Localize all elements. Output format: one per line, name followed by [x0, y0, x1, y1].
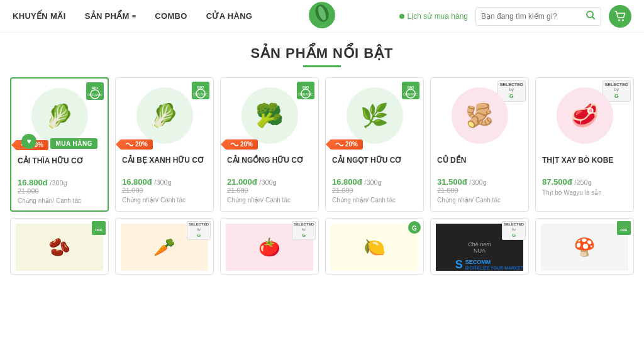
secomm-text: SECOMM DIGITALIZE YOUR MARKET: [465, 259, 523, 271]
cert-text: Chứng nhận/ Canh tác: [122, 197, 207, 204]
product-name: CỦ DỀN: [437, 156, 522, 175]
price-unit: /300g: [50, 179, 67, 187]
current-price: 31.500đ: [437, 177, 467, 187]
current-price: 21.000đ: [227, 177, 257, 187]
product-card-p6[interactable]: SELECTED by G 🥩 THỊT XAY BÒ KOBE 87.500đ…: [535, 77, 634, 212]
svg-line-4: [592, 16, 595, 19]
main-nav: KHUYẾN MÃI SẢN PHẨM ≡ COMBO CỬA HÀNG: [13, 11, 399, 21]
cert-text: Chứng nhận/ Canh tác: [437, 197, 522, 204]
product-card-bottom-p7[interactable]: ORG 🫘: [10, 218, 109, 275]
product-name: CẢI NGỒNG HỮU CƠ: [227, 156, 312, 175]
selected-badge-small: SELECTED by G: [187, 221, 211, 240]
discount-ribbon: 20%: [326, 139, 363, 150]
product-emoji: 🥦: [242, 87, 298, 144]
product-emoji: 🥩: [557, 87, 613, 144]
nav-san-pham[interactable]: SẢN PHẨM ≡: [85, 11, 136, 21]
product-emoji: 🥬: [31, 88, 88, 144]
product-card-bottom-p12[interactable]: ORG 🍄: [535, 218, 634, 275]
search-bar: [475, 7, 601, 26]
product-image: 🥩: [542, 84, 627, 147]
wishlist-button[interactable]: ♥: [21, 134, 36, 149]
product-card-bottom-p9[interactable]: SELECTED by G 🍅: [220, 218, 319, 275]
current-price: 16.800đ: [18, 178, 48, 187]
purchase-history-link[interactable]: Lịch sử mua hàng: [399, 12, 468, 21]
product-card-p4[interactable]: BIO ORGANIC 🌿 20% CẢI NGỌT HỮU CƠ 16.800…: [325, 77, 424, 212]
svg-text:ORG: ORG: [95, 228, 103, 232]
product-pricing: 21.000đ /300g: [227, 177, 312, 187]
price-unit: /300g: [259, 178, 277, 186]
product-pricing: 16.800đ /300g: [122, 177, 207, 187]
selected-badge-small: SELECTED by G: [502, 221, 526, 240]
product-name: CẢI NGỌT HỮU CƠ: [332, 156, 417, 175]
search-button[interactable]: [586, 10, 596, 23]
old-price: 21.000: [122, 187, 207, 194]
cert-text: Chứng nhận/ Canh tác: [332, 197, 417, 204]
organic-badge-small: ORG: [92, 221, 106, 235]
products-container: BIO ORGANIC 🥬 20% ♥ MUA HÀNG CẢI THÌA HỮ…: [0, 77, 644, 291]
product-card-p2[interactable]: BIO ORGANIC 🥬 20% CẢI BẸ XANH HỮU CƠ 16.…: [115, 77, 214, 212]
price-unit: /300g: [469, 178, 487, 186]
product-image: 🫚: [437, 84, 522, 147]
cert-text: Chứng nhận/ Canh tác: [18, 197, 101, 204]
organic-badge-small: ORG: [617, 221, 631, 235]
page-title-section: SẢN PHẨM NỔI BẬT: [0, 33, 644, 77]
product-card-p1[interactable]: BIO ORGANIC 🥬 20% ♥ MUA HÀNG CẢI THÌA HỮ…: [10, 77, 109, 212]
product-image: 🥬 20%: [122, 84, 207, 147]
selected-badge-small: SELECTED by G: [292, 221, 316, 240]
old-price: 21.000: [332, 187, 417, 194]
product-name: THỊT XAY BÒ KOBE: [542, 156, 627, 175]
product-row-2: ORG 🫘 SELECTED by G 🥕 SELECTED by G 🍅: [10, 218, 634, 275]
product-card-bottom-p11[interactable]: SELECTED by G Chè nemNUA S SECOMM DIGITA…: [430, 218, 529, 275]
old-price: 21.000: [18, 187, 101, 195]
location-dot-icon: [399, 14, 404, 19]
search-input[interactable]: [481, 12, 582, 21]
menu-icon: ≡: [132, 13, 136, 20]
old-price: 21.000: [227, 187, 312, 194]
title-underline: [303, 65, 341, 67]
nav-cua-hang[interactable]: CỬA HÀNG: [206, 11, 253, 21]
product-image: 🥦 20%: [227, 84, 312, 147]
product-row-1: BIO ORGANIC 🥬 20% ♥ MUA HÀNG CẢI THÌA HỮ…: [10, 77, 634, 212]
cert-text: Chứng nhận/ Canh tác: [227, 197, 312, 204]
product-card-p3[interactable]: BIO ORGANIC 🥦 20% CẢI NGỒNG HỮU CƠ 21.00…: [220, 77, 319, 212]
product-image-small: 🫘: [16, 224, 103, 271]
logo[interactable]: [309, 2, 335, 30]
product-emoji: 🌿: [347, 87, 403, 144]
discount-ribbon: 20%: [221, 139, 258, 150]
old-price: 21.000: [437, 187, 522, 194]
svg-point-6: [622, 19, 624, 21]
product-name: CẢI THÌA HỮU CƠ: [18, 156, 101, 175]
svg-point-5: [618, 19, 620, 21]
product-pricing: 16.800đ /300g: [18, 178, 101, 187]
product-image: 🌿 20%: [332, 84, 417, 147]
secomm-watermark: S SECOMM DIGITALIZE YOUR MARKET: [455, 258, 523, 271]
price-unit: /300g: [364, 178, 382, 186]
nav-combo[interactable]: COMBO: [155, 11, 187, 21]
page-title: SẢN PHẨM NỔI BẬT: [0, 45, 644, 62]
svg-text:G: G: [412, 225, 417, 232]
secomm-logo-icon: S: [455, 258, 463, 271]
cart-button[interactable]: [609, 5, 631, 28]
header: KHUYẾN MÃI SẢN PHẨM ≡ COMBO CỬA HÀNG Lịc…: [0, 0, 644, 33]
svg-text:ORG: ORG: [620, 228, 628, 232]
product-image-small: 🍄: [541, 224, 628, 271]
product-image: 🥬 20% ♥ MUA HÀNG: [18, 85, 101, 148]
nav-khuyen-mai[interactable]: KHUYẾN MÃI: [13, 11, 66, 21]
price-unit: /300g: [154, 178, 172, 186]
current-price: 87.500đ: [542, 177, 572, 187]
product-card-p5[interactable]: SELECTED by G 🫚 CỦ DỀN 31.500đ /300g 21.…: [430, 77, 529, 212]
product-image-small: 🍋: [331, 224, 418, 271]
cert-text: Thịt bò Wagyu là sản: [542, 189, 627, 196]
product-card-bottom-p8[interactable]: SELECTED by G 🥕: [115, 218, 214, 275]
current-price: 16.800đ: [122, 177, 152, 187]
product-emoji: 🥬: [136, 87, 193, 144]
product-card-bottom-p10[interactable]: G 🍋: [325, 218, 424, 275]
product-pricing: 87.500đ /250g: [542, 177, 627, 187]
product-pricing: 31.500đ /300g: [437, 177, 522, 187]
product-pricing: 16.800đ /300g: [332, 177, 417, 187]
buy-button[interactable]: MUA HÀNG: [50, 138, 97, 149]
current-price: 16.800đ: [332, 177, 362, 187]
brand-logo-badge: G: [408, 221, 421, 236]
product-emoji: 🫚: [452, 87, 508, 144]
header-right: Lịch sử mua hàng: [399, 5, 631, 28]
